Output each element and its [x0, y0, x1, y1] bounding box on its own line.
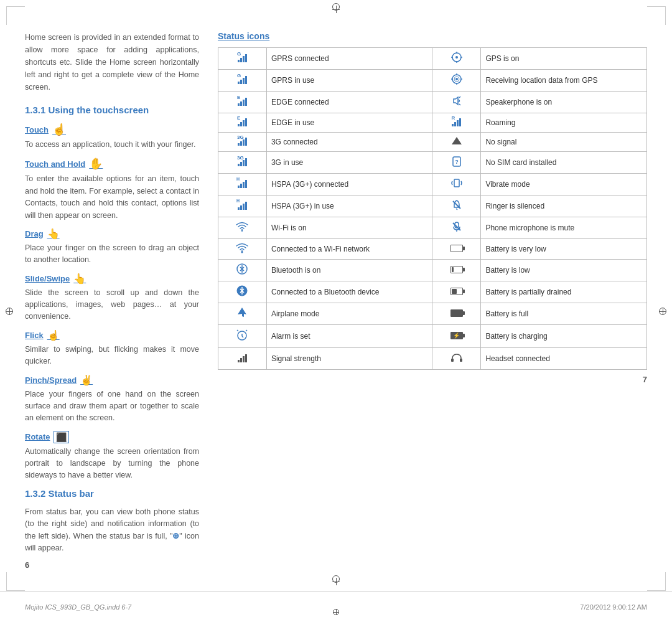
table-row: 3G 3G in use ? — [218, 152, 647, 174]
icon-battery-very-low — [432, 239, 481, 260]
table-row: Connected to a Bluetooth device Battery … — [218, 281, 647, 303]
icon-speakerphone — [432, 92, 481, 113]
section132-desc: From status bar, you can view both phone… — [25, 506, 199, 555]
drag-label: Drag 👆 — [25, 228, 199, 240]
intro-text: Home screen is provided in an extended f… — [25, 31, 199, 93]
table-row: Wi-Fi is on Phone microphone is mute — [218, 217, 647, 239]
page-num-left-content: 6 — [25, 560, 199, 570]
icon-bluetooth-connected — [218, 281, 267, 303]
icon-gprs-connected: G — [218, 48, 267, 70]
corner-mark-tr — [647, 6, 666, 25]
table-row: Bluetooth is on Battery is low — [218, 260, 647, 281]
icon-airplane-mode — [218, 303, 267, 325]
touch-icon: ☝ — [52, 123, 66, 136]
footer-filename: Mojito ICS_993D_GB_QG.indd 6-7 — [25, 603, 131, 611]
label-battery-full: Battery is full — [481, 303, 647, 325]
pinchspread-icon: ✌ — [80, 374, 93, 386]
slideswipe-label: Slide/Swipe 👆 — [25, 273, 199, 285]
label-airplane-mode: Airplane mode — [266, 303, 432, 325]
table-row: Connected to a Wi-Fi network Battery is … — [218, 239, 647, 260]
svg-line-29 — [242, 336, 243, 337]
rotate-icon: ⬛ — [54, 431, 69, 443]
svg-point-24 — [241, 252, 243, 253]
flick-icon: ☝ — [47, 329, 60, 341]
label-gps-on: GPS is on — [481, 48, 647, 70]
slideswipe-icon: 👆 — [73, 273, 86, 285]
svg-rect-33 — [460, 359, 462, 362]
icon-ringer-silenced — [432, 196, 481, 217]
label-3g-connected: 3G connected — [266, 133, 432, 152]
drag-desc: Place your finger on the screen to drag … — [25, 242, 199, 266]
svg-point-1 — [455, 56, 458, 59]
label-hspa-in-use: HSPA (3G+) in use — [266, 196, 432, 217]
status-icons-table: G GPRS connected GPS is — [218, 47, 647, 370]
label-receiving-gps: Receiving location data from GPS — [481, 70, 647, 92]
table-row: E EDGE connected Speake — [218, 92, 647, 113]
svg-text:?: ? — [455, 159, 459, 165]
touch-desc: To access an application, touch it with … — [25, 139, 199, 151]
label-wifi-connected: Connected to a Wi-Fi network — [266, 239, 432, 260]
table-row: E EDGE in use R — [218, 113, 647, 133]
slideswipe-desc: Slide the screen to scroll up and down t… — [25, 287, 199, 323]
label-alarm: Alarm is set — [266, 325, 432, 348]
icon-gprs-in-use: G — [218, 70, 267, 92]
svg-marker-15 — [452, 137, 462, 144]
label-roaming: Roaming — [481, 113, 647, 133]
label-no-signal: No signal — [481, 133, 647, 152]
icon-battery-partial — [432, 281, 481, 303]
rotate-label: Rotate ⬛ — [25, 431, 199, 443]
label-wifi-on: Wi-Fi is on — [266, 217, 432, 239]
table-row: 3G 3G connected — [218, 133, 647, 152]
rotate-desc: Automatically change the screen orientat… — [25, 446, 199, 482]
icon-no-sim: ? — [432, 152, 481, 174]
icon-no-signal — [432, 133, 481, 152]
table-row: Alarm is set ⚡ Battery is charging — [218, 325, 647, 348]
touchhold-desc: To enter the available options for an it… — [25, 173, 199, 222]
status-icons-heading: Status icons — [218, 31, 647, 41]
touch-label: Touch ☝ — [25, 123, 199, 136]
footer-datetime: 7/20/2012 9:00:12 AM — [580, 603, 647, 611]
icon-battery-charging: ⚡ — [432, 325, 481, 348]
table-row: H HSPA (3G+) in use — [218, 196, 647, 217]
svg-line-14 — [459, 104, 460, 105]
icon-hspa-connected: H — [218, 174, 267, 196]
section-131-heading: 1.3.1 Using the touchscreen — [25, 105, 199, 115]
footer: Mojito ICS_993D_GB_QG.indd 6-7 7/20/2012… — [0, 591, 672, 622]
label-speakerphone: Speakerphone is on — [481, 92, 647, 113]
icon-wifi-on — [218, 217, 267, 239]
table-row: G GPRS in use Receiving — [218, 70, 647, 92]
crosshair-top — [330, 3, 342, 16]
crosshair-right — [656, 305, 669, 318]
left-column: Home screen is provided in an extended f… — [25, 19, 199, 585]
svg-point-7 — [455, 78, 458, 80]
label-signal-strength: Signal strength — [266, 348, 432, 370]
pinchspread-label: Pinch/Spread ✌ — [25, 374, 199, 386]
label-battery-very-low: Battery is very low — [481, 239, 647, 260]
icon-alarm — [218, 325, 267, 348]
label-mic-mute: Phone microphone is mute — [481, 217, 647, 239]
section-132-heading: 1.3.2 Status bar — [25, 488, 199, 499]
icon-edge-connected: E — [218, 92, 267, 113]
icon-receiving-gps — [432, 70, 481, 92]
svg-line-13 — [459, 97, 460, 98]
icon-edge-in-use: E — [218, 113, 267, 133]
label-vibrate: Vibrate mode — [481, 174, 647, 196]
icon-battery-low — [432, 260, 481, 281]
main-content: Home screen is provided in an extended f… — [25, 19, 647, 585]
label-headset: Headset connected — [481, 348, 647, 370]
label-3g-in-use: 3G in use — [266, 152, 432, 174]
icon-headset — [432, 348, 481, 370]
corner-mark-tl — [6, 6, 25, 25]
footer-crosshair — [331, 607, 341, 619]
icon-battery-full — [432, 303, 481, 325]
label-hspa-connected: HSPA (3G+) connected — [266, 174, 432, 196]
icon-roaming: R — [432, 113, 481, 133]
icon-vibrate — [432, 174, 481, 196]
page-num-right-content: 7 — [218, 375, 647, 384]
icon-3g-connected: 3G — [218, 133, 267, 152]
svg-line-19 — [456, 209, 457, 210]
label-gprs-connected: GPRS connected — [266, 48, 432, 70]
label-gprs-in-use: GPRS in use — [266, 70, 432, 92]
flick-desc: Similar to swiping, but flicking makes i… — [25, 344, 199, 368]
touchhold-label: Touch and Hold ✋ — [25, 157, 199, 171]
